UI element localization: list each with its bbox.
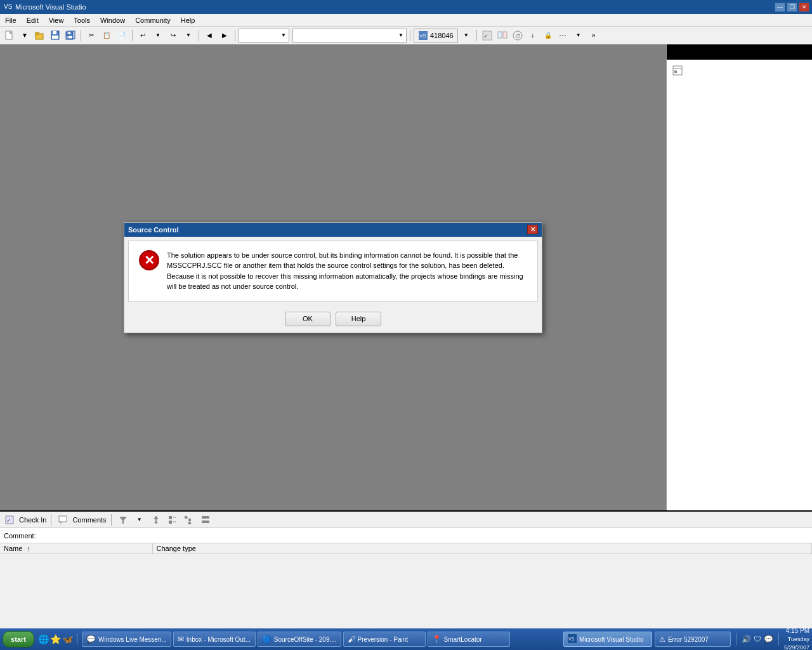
build-number-label: VS 418046: [414, 29, 458, 43]
platform-combo[interactable]: ▼: [292, 29, 407, 43]
app-icon: VS: [3, 1, 13, 13]
menu-edit[interactable]: Edit: [22, 14, 44, 26]
menu-help[interactable]: Help: [176, 14, 200, 26]
col-change-header[interactable]: Change type: [152, 543, 812, 554]
svg-rect-8: [52, 36, 58, 39]
new-file-button[interactable]: [3, 29, 16, 43]
side-panel-header: [667, 44, 812, 60]
new-dropdown-button[interactable]: ▼: [18, 29, 32, 43]
toolbar-btn-checkin[interactable]: ✓: [480, 29, 494, 43]
cut-button[interactable]: ✂: [84, 29, 98, 43]
side-panel-body: [667, 60, 812, 510]
taskbar-app-messenger[interactable]: 💬 Windows Live Messen...: [82, 632, 171, 647]
build-dropdown-button[interactable]: ▼: [459, 29, 473, 43]
copy-button[interactable]: 📋: [100, 29, 114, 43]
flat-view-button[interactable]: [166, 513, 180, 527]
toolbar-btn-history[interactable]: ⏱: [511, 29, 525, 43]
restore-button[interactable]: ❐: [787, 3, 797, 12]
filter-dropdown-button[interactable]: ▼: [133, 513, 147, 527]
title-controls: — ❐ ✕: [775, 3, 809, 12]
toolbar-btn-dropdown-end[interactable]: ▼: [572, 29, 586, 43]
window-title: Microsoft Visual Studio: [15, 3, 775, 11]
taskbar-app-smartlocator[interactable]: 📍 SmartLocator: [428, 632, 510, 647]
checkin-label[interactable]: Check In: [19, 516, 46, 524]
comments-label[interactable]: Comments: [72, 516, 106, 524]
toolbar-sep-3: [199, 30, 199, 41]
bottom-toolbar: ✓ Check In Comments ▼: [0, 512, 812, 528]
comments-icon: [56, 513, 70, 527]
redo-button[interactable]: ↪: [166, 29, 180, 43]
dialog-ok-button[interactable]: OK: [285, 312, 331, 326]
taskbar-app-sourceoffsite-label: SourceOffSite - 209....: [274, 636, 337, 643]
toolbar-btn-get[interactable]: ↓: [526, 29, 540, 43]
toolbar: ▼ ✂ 📋 📄 ↩ ▼ ↪ ▼ ◀ ▶ ▼ ▼: [0, 27, 812, 44]
dialog-content: ✕ The solution appears to be under sourc…: [128, 241, 538, 302]
col-sort-icon: ↑: [27, 545, 30, 552]
open-file-button[interactable]: [33, 29, 47, 43]
svg-marker-31: [154, 516, 159, 519]
tray-sep: [736, 633, 737, 646]
save-all-button[interactable]: [63, 29, 77, 43]
comment-input[interactable]: [40, 532, 808, 540]
menu-view[interactable]: View: [44, 14, 69, 26]
taskbar-app-paint-icon: 🖌: [348, 635, 355, 644]
tray-icon-security: 🛡: [754, 635, 761, 644]
svg-rect-17: [498, 32, 502, 38]
col-name-header[interactable]: Name ↑: [0, 543, 152, 554]
quick-launch-msn[interactable]: 🦋: [62, 634, 72, 644]
taskbar-app-outlook[interactable]: ✉ Inbox - Microsoft Out...: [173, 632, 256, 647]
toolbar-btn-compare[interactable]: [495, 29, 509, 43]
svg-rect-27: [59, 516, 67, 522]
taskbar-app-sourceoffsite-icon: 🔵: [262, 635, 272, 644]
taskbar-app-paint[interactable]: 🖌 Preversion - Paint: [343, 632, 426, 647]
close-button[interactable]: ✕: [799, 3, 809, 12]
dialog-title: Source Control: [128, 226, 527, 234]
toolbar-btn-checkout[interactable]: 🔒: [541, 29, 555, 43]
toolbar-btn-extra[interactable]: »: [587, 29, 601, 43]
nav-back-button[interactable]: ◀: [202, 29, 216, 43]
svg-text:⋯: ⋯: [559, 31, 566, 40]
svg-rect-43: [202, 521, 209, 523]
taskbar-error-window[interactable]: ⚠ Error 5292007: [655, 632, 731, 647]
configuration-dropdown[interactable]: ▼: [239, 29, 289, 43]
quick-launch-ie[interactable]: 🌐: [38, 634, 48, 644]
quick-launch-star[interactable]: ⭐: [50, 634, 60, 644]
taskbar-app-outlook-icon: ✉: [178, 635, 184, 644]
svg-text:✓: ✓: [6, 517, 11, 524]
minimize-button[interactable]: —: [775, 3, 785, 12]
start-button[interactable]: start: [3, 631, 34, 647]
sort-button[interactable]: [149, 513, 163, 527]
comment-area: Comment:: [0, 528, 812, 543]
toolbar-btn-more[interactable]: ⋯: [556, 29, 570, 43]
menu-file[interactable]: File: [0, 14, 22, 26]
svg-rect-33: [169, 516, 172, 519]
toolbar-sep-1: [81, 30, 81, 41]
taskbar-vs-icon: VS: [568, 634, 577, 644]
clock-date-line1: Tuesday: [784, 635, 809, 644]
redo-dropdown-button[interactable]: ▼: [181, 29, 195, 43]
dialog-help-button[interactable]: Help: [336, 312, 381, 326]
tree-view-button[interactable]: [182, 513, 196, 527]
menu-window[interactable]: Window: [95, 14, 130, 26]
nav-forward-button[interactable]: ▶: [218, 29, 232, 43]
editor-area: Source Control ✕ ✕ The solution appears …: [0, 44, 666, 510]
svg-rect-5: [36, 32, 39, 34]
taskbar-vs-active[interactable]: VS Microsoft Visual Studio: [563, 632, 652, 647]
save-button[interactable]: [48, 29, 62, 43]
undo-dropdown-button[interactable]: ▼: [151, 29, 165, 43]
toggle-view-button[interactable]: [199, 513, 213, 527]
col-change-text: Change type: [157, 545, 196, 552]
dialog-close-button[interactable]: ✕: [527, 225, 538, 234]
taskbar-app-sourceoffsite[interactable]: 🔵 SourceOffSite - 209....: [258, 632, 341, 647]
menu-tools[interactable]: Tools: [69, 14, 95, 26]
build-number-value: 418046: [430, 32, 454, 39]
tray-sep-2: [778, 633, 779, 646]
menu-bar: File Edit View Tools Window Community He…: [0, 14, 812, 27]
taskbar-sep: [77, 633, 77, 646]
filter-button[interactable]: [116, 513, 130, 527]
svg-rect-34: [169, 521, 172, 524]
paste-button[interactable]: 📄: [115, 29, 129, 43]
menu-community[interactable]: Community: [130, 14, 176, 26]
undo-button[interactable]: ↩: [136, 29, 150, 43]
taskbar-apps: 🌐 ⭐ 🦋 💬 Windows Live Messen... ✉ Inbox -…: [38, 632, 510, 647]
